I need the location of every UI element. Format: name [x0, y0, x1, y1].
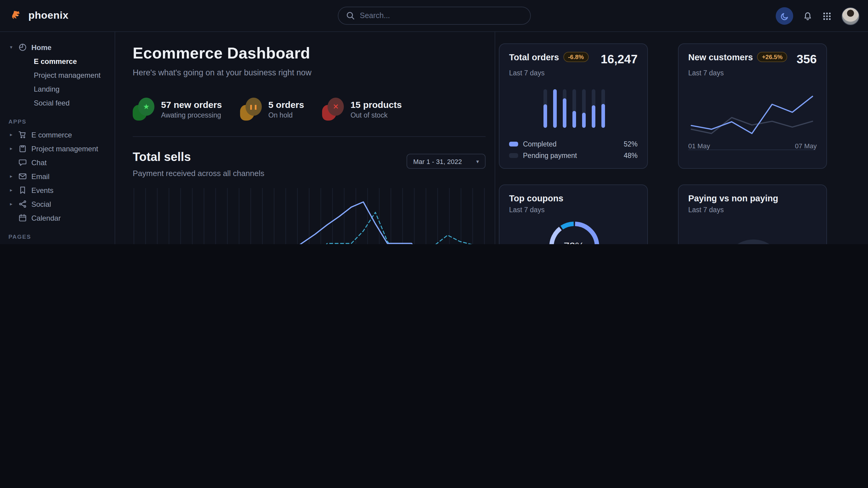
user-avatar[interactable]: [841, 7, 860, 25]
total-sells-chart: [133, 186, 486, 244]
clipboard-icon: [18, 144, 27, 153]
card-period: Last 7 days: [509, 69, 638, 76]
sidebar-item-events[interactable]: ▸Events: [0, 183, 115, 197]
sidebar-subitem-e-commerce[interactable]: E commerce: [0, 54, 115, 68]
status-circle: ❚❚: [246, 98, 262, 116]
card-period: Last 7 days: [688, 69, 817, 76]
stat-text: 57 new ordersAwating processing: [161, 99, 222, 119]
orders-legend: Completed52%Pending payment48%: [509, 138, 638, 161]
total-orders-card: Total orders -6.8% 16,247 Last 7 days Co…: [499, 43, 648, 169]
navbar-actions: [776, 0, 860, 32]
global-search[interactable]: [338, 7, 530, 25]
card-title: Total orders: [509, 53, 559, 62]
date-range-select[interactable]: Mar 1 - 31, 2022 ▾: [407, 154, 486, 169]
status-circle: ★: [138, 98, 154, 116]
trend-badge: -6.8%: [563, 52, 588, 62]
paying-vs-non-paying-card: Paying vs non paying Last 7 days Paying …: [678, 185, 827, 244]
orders-bar-chart: [540, 89, 608, 128]
legend-swatch: [509, 153, 518, 158]
sidebar-nav: ▾HomeE commerceProject managementLanding…: [0, 32, 115, 244]
search-input[interactable]: [360, 11, 523, 20]
x-label-start: 01 May: [688, 142, 710, 150]
new-customers-chart: [688, 82, 815, 153]
donut-center-value: 72%: [546, 219, 602, 244]
sidebar-item-label: Calendar: [31, 214, 61, 222]
card-value: 16,247: [601, 53, 638, 66]
card-title: Top coupons: [509, 194, 563, 203]
stats-divider: [133, 136, 486, 137]
stat-label: Awating processing: [161, 111, 222, 119]
caret-icon: ▸: [8, 132, 14, 137]
sidebar-item-calendar[interactable]: Calendar: [0, 211, 115, 225]
stats-row: ★57 new ordersAwating processing❚❚5 orde…: [133, 95, 486, 123]
share-icon: [18, 199, 27, 208]
stat-star: ★57 new ordersAwating processing: [133, 98, 222, 121]
sidebar-section-label: PAGES: [0, 225, 115, 243]
calendar-icon: [18, 214, 27, 223]
stat-pause: ❚❚5 ordersOn hold: [240, 98, 304, 121]
sidebar-item-chat[interactable]: Chat: [0, 156, 115, 169]
x-status-icon: ✕: [322, 98, 344, 121]
chat-icon: [18, 158, 27, 167]
notifications-button[interactable]: [803, 11, 812, 21]
main-content: Ecommerce Dashboard Here's what's going …: [115, 32, 868, 244]
legend-label: Pending payment: [523, 152, 577, 159]
stat-text: 5 ordersOn hold: [269, 99, 304, 119]
stat-label: On hold: [269, 111, 304, 119]
caret-icon: ▸: [8, 188, 14, 193]
new-customers-x-axis: 01 May 07 May: [688, 142, 817, 150]
caret-icon: ▾: [8, 44, 14, 50]
top-coupons-card: Top coupons Last 7 days 72% Percentage d…: [499, 185, 648, 244]
phoenix-flame-icon: [10, 9, 24, 22]
sidebar-item-social[interactable]: ▸Social: [0, 197, 115, 211]
card-value: 356: [797, 53, 817, 66]
sidebar-subitem-landing[interactable]: Landing: [0, 82, 115, 96]
app-window: phoenix ▾Ho: [0, 0, 868, 244]
pie-icon: [18, 43, 27, 52]
star-status-icon: ★: [133, 98, 154, 121]
card-title: Paying vs non paying: [688, 194, 778, 203]
top-navbar: phoenix: [0, 0, 868, 32]
stat-value: 57 new orders: [161, 99, 222, 110]
sidebar-item-e-commerce[interactable]: ▸E commerce: [0, 128, 115, 142]
theme-toggle-button[interactable]: [776, 7, 793, 25]
search-icon: [345, 11, 355, 21]
sidebar-item-label: Home: [31, 43, 52, 52]
card-period: Last 7 days: [509, 206, 638, 214]
date-range-value: Mar 1 - 31, 2022: [413, 158, 462, 165]
sidebar-item-label: Chat: [31, 158, 47, 167]
paying-gauge-chart: [720, 236, 786, 244]
status-circle: ✕: [328, 98, 344, 116]
bookmark-icon: [18, 186, 27, 195]
bell-icon: [803, 11, 812, 21]
stat-value: 5 orders: [269, 99, 304, 110]
sidebar-item-home[interactable]: ▾Home: [0, 40, 115, 54]
total-sells-header: Total sells Payment received across all …: [133, 150, 486, 178]
new-customers-card: New customers +26.5% 356 Last 7 days 01 …: [678, 43, 827, 169]
pause-status-icon: ❚❚: [240, 98, 262, 121]
sidebar-subitem-project-management[interactable]: Project management: [0, 68, 115, 82]
grid-9-icon: [822, 11, 832, 21]
page-subtitle: Here's what's going on at your business …: [133, 68, 486, 77]
apps-grid-button[interactable]: [822, 11, 832, 21]
chevron-down-icon: ▾: [476, 158, 479, 164]
legend-swatch: [509, 141, 518, 146]
vertical-divider: [495, 32, 495, 244]
page-title: Ecommerce Dashboard: [133, 44, 486, 63]
kpi-cards: Total orders -6.8% 16,247 Last 7 days Co…: [499, 43, 827, 244]
sidebar-item-label: Project management: [31, 144, 98, 153]
sidebar-item-project-management[interactable]: ▸Project management: [0, 142, 115, 156]
sidebar-item-label: Social: [31, 200, 51, 208]
sidebar-item-email[interactable]: ▸Email: [0, 169, 115, 183]
stat-value: 15 products: [350, 99, 402, 110]
brand-logo[interactable]: phoenix: [10, 9, 68, 22]
sidebar-item-label: Events: [31, 186, 53, 194]
sidebar-item-starter[interactable]: Starter: [0, 243, 115, 244]
sidebar-item-label: E commerce: [31, 131, 72, 139]
legend-value: 52%: [624, 140, 638, 148]
card-title: New customers: [688, 53, 753, 62]
stat-label: Out of stock: [350, 111, 402, 119]
total-sells-subtitle: Payment received across all channels: [133, 169, 486, 178]
caret-icon: ▸: [8, 201, 14, 207]
sidebar-subitem-social-feed[interactable]: Social feed: [0, 96, 115, 110]
